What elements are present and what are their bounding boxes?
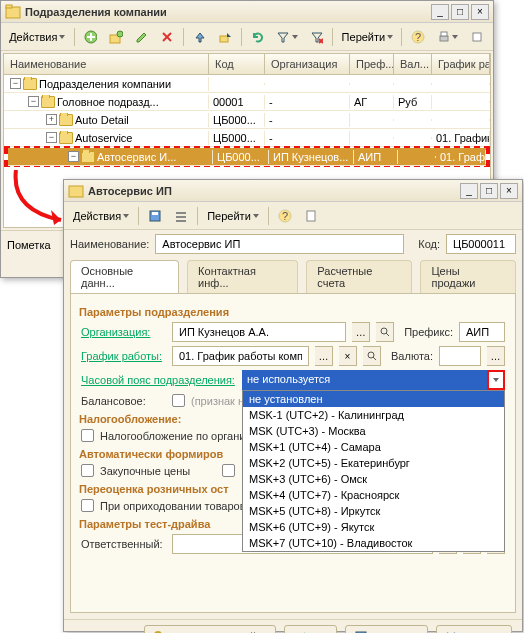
- col-val[interactable]: Вал...: [394, 54, 432, 74]
- toolbar-win2: Действия Перейти ?: [64, 202, 522, 230]
- timezone-option[interactable]: MSK+7 (UTC+10) - Владивосток: [243, 535, 504, 551]
- reprice-c1-label: При оприходовании товаров: [100, 500, 246, 512]
- sched-clear-button[interactable]: ×: [339, 346, 357, 366]
- minimize-button[interactable]: _: [431, 4, 449, 20]
- col-code[interactable]: Код: [209, 54, 265, 74]
- currency-field[interactable]: [439, 346, 481, 366]
- tabs: Основные данн... Контактная инф... Расче…: [70, 260, 516, 293]
- sched-field[interactable]: [172, 346, 309, 366]
- save-button[interactable]: Записать: [345, 625, 428, 634]
- currency-label: Валюта:: [391, 350, 433, 362]
- timezone-option[interactable]: MSK+6 (UTC+9) - Якутск: [243, 519, 504, 535]
- expand-icon[interactable]: +: [46, 114, 57, 125]
- help-button[interactable]: ?: [406, 26, 430, 48]
- balance-checkbox[interactable]: [172, 394, 185, 407]
- save-button[interactable]: [143, 205, 167, 227]
- timezone-dropdown-button[interactable]: [487, 370, 505, 390]
- tab-prices[interactable]: Цены продажи: [420, 260, 516, 293]
- tab-main[interactable]: Основные данн...: [70, 260, 179, 293]
- timezone-option[interactable]: MSK-1 (UTC+2) - Калининград: [243, 407, 504, 423]
- tax-checkbox[interactable]: [81, 429, 94, 442]
- expand-icon[interactable]: −: [46, 132, 57, 143]
- add-button[interactable]: [79, 26, 103, 48]
- svg-rect-21: [176, 216, 186, 218]
- actions-menu[interactable]: Действия: [68, 205, 134, 227]
- col-org[interactable]: Организация: [265, 54, 350, 74]
- close-button[interactable]: ×: [500, 183, 518, 199]
- table-row[interactable]: +Auto DetailЦБ000...-: [4, 111, 490, 129]
- add-folder-button[interactable]: [104, 26, 128, 48]
- list-button[interactable]: [169, 205, 193, 227]
- timezone-label[interactable]: Часовой пояс подразделения:: [81, 374, 236, 386]
- table-row[interactable]: −AutoserviceЦБ000...-01. График ра: [4, 129, 490, 147]
- folder-icon: [81, 151, 95, 163]
- refresh-button[interactable]: [246, 26, 270, 48]
- sched-link[interactable]: График работы:: [81, 350, 166, 362]
- row-sched: [432, 101, 490, 103]
- timezone-option[interactable]: MSK+3 (UTC+6) - Омск: [243, 471, 504, 487]
- expand-icon[interactable]: −: [10, 78, 21, 89]
- code-field[interactable]: [446, 234, 516, 254]
- maximize-button[interactable]: □: [451, 4, 469, 20]
- ok-button[interactable]: OK: [284, 625, 337, 634]
- extra-button[interactable]: [465, 26, 489, 48]
- goto-menu[interactable]: Перейти: [337, 26, 397, 48]
- timezone-option[interactable]: MSK (UTC+3) - Москва: [243, 423, 504, 439]
- prefix-field[interactable]: [459, 322, 505, 342]
- org-link[interactable]: Организация:: [81, 326, 166, 338]
- svg-rect-19: [152, 212, 158, 215]
- expand-icon[interactable]: −: [68, 151, 79, 162]
- expand-icon[interactable]: −: [28, 96, 39, 107]
- minimize-button[interactable]: _: [460, 183, 478, 199]
- org-field[interactable]: [172, 322, 346, 342]
- timezone-option[interactable]: MSK+5 (UTC+8) - Иркутск: [243, 503, 504, 519]
- close-button[interactable]: Закрыть: [436, 625, 512, 634]
- rights-button[interactable]: Права и настройки: [144, 625, 276, 634]
- close-button[interactable]: ×: [471, 4, 489, 20]
- move-button[interactable]: [213, 26, 237, 48]
- row-name: Autoservice: [75, 132, 132, 144]
- reprice-c1-checkbox[interactable]: [81, 499, 94, 512]
- org-search-button[interactable]: [376, 322, 394, 342]
- goto-menu[interactable]: Перейти: [202, 205, 264, 227]
- auto-c2-checkbox[interactable]: [222, 464, 235, 477]
- timezone-option[interactable]: MSK+4 (UTC+7) - Красноярск: [243, 487, 504, 503]
- caret-icon: [59, 35, 65, 39]
- col-pref[interactable]: Преф...: [350, 54, 394, 74]
- timezone-dropdown-list[interactable]: не установленMSK-1 (UTC+2) - Калининград…: [242, 390, 505, 552]
- report-button[interactable]: [299, 205, 323, 227]
- filter-button[interactable]: [271, 26, 302, 48]
- edit-button[interactable]: [130, 26, 154, 48]
- svg-text:?: ?: [415, 31, 421, 43]
- help-button[interactable]: ?: [273, 205, 297, 227]
- table-row[interactable]: −Автосервис И...ЦБ000...ИП Кузнецов...АИ…: [8, 148, 486, 166]
- currency-select-button[interactable]: …: [487, 346, 505, 366]
- table-row[interactable]: −Подразделения компании: [4, 75, 490, 93]
- sched-search-button[interactable]: [363, 346, 381, 366]
- folder-icon: [41, 96, 55, 108]
- row-pref: АИП: [354, 150, 398, 164]
- level-up-button[interactable]: [188, 26, 212, 48]
- col-name[interactable]: Наименование: [4, 54, 209, 74]
- row-name: Автосервис И...: [97, 151, 176, 163]
- timezone-option[interactable]: MSK+2 (UTC+5) - Екатеринбург: [243, 455, 504, 471]
- tab-accounts[interactable]: Расчетные счета: [306, 260, 412, 293]
- col-sched[interactable]: График работ: [432, 54, 490, 74]
- sched-select-button[interactable]: …: [315, 346, 333, 366]
- actions-menu[interactable]: Действия: [5, 26, 70, 48]
- auto-c1-checkbox[interactable]: [81, 464, 94, 477]
- print-button[interactable]: [432, 26, 463, 48]
- timezone-option[interactable]: MSK+1 (UTC+4) - Самара: [243, 439, 504, 455]
- tab-contact[interactable]: Контактная инф...: [187, 260, 298, 293]
- maximize-button[interactable]: □: [480, 183, 498, 199]
- clear-filter-button[interactable]: [305, 26, 329, 48]
- org-select-button[interactable]: …: [352, 322, 370, 342]
- app-icon: [5, 4, 21, 20]
- timezone-field[interactable]: не используется: [242, 370, 487, 390]
- delete-button[interactable]: [155, 26, 179, 48]
- table-row[interactable]: −Головное подразд...00001-АГРуб: [4, 93, 490, 111]
- name-field[interactable]: [155, 234, 404, 254]
- timezone-option[interactable]: не установлен: [243, 391, 504, 407]
- row-code: ЦБ000...: [213, 150, 269, 164]
- row-val: [394, 83, 432, 85]
